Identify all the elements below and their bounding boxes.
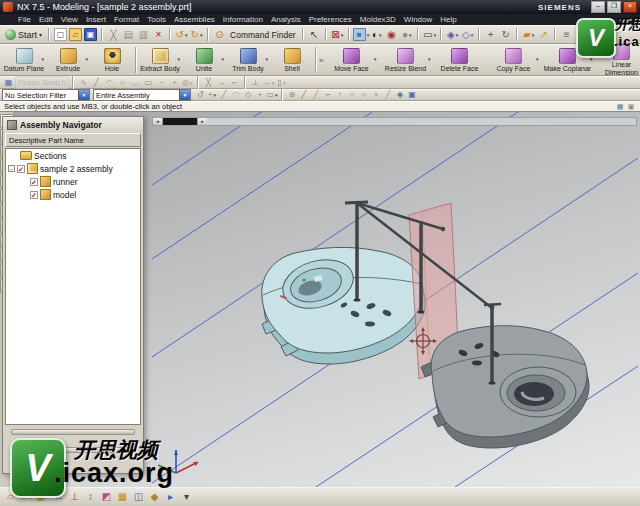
constraints-button[interactable]: ⊥ xyxy=(249,77,262,89)
add-component-button[interactable]: ▣▾ xyxy=(35,490,50,505)
show-hide-button[interactable]: ≡ xyxy=(559,27,574,42)
navigator-section-splitter[interactable] xyxy=(11,447,135,453)
menu-tools[interactable]: Tools xyxy=(143,14,170,25)
arc-center-button[interactable]: ⊕ xyxy=(286,90,298,101)
menu-help[interactable]: Help xyxy=(436,14,460,25)
point-on-curve-button[interactable]: ⌐ xyxy=(322,90,334,101)
profile-button[interactable]: ∿ xyxy=(77,77,90,89)
save-button[interactable]: ▣ xyxy=(83,27,98,42)
offset-curve-button[interactable]: ◎▾ xyxy=(181,77,194,89)
fit-view-button[interactable]: ◈▾ xyxy=(445,27,460,42)
interference-check-button[interactable]: ◩ xyxy=(99,490,114,505)
intersection-point-button[interactable]: + xyxy=(254,90,266,101)
cut-button[interactable]: ╳ xyxy=(106,27,121,42)
navigator-section-splitter[interactable] xyxy=(11,429,135,435)
hole-button[interactable]: Hole xyxy=(90,45,134,75)
delete-face-button[interactable]: Delete Face xyxy=(432,45,486,75)
quick-trim-button[interactable]: ╳ xyxy=(202,77,215,89)
menu-moldex3d[interactable]: Moldex3D xyxy=(356,14,400,25)
maximize-button[interactable]: ❐ xyxy=(607,1,621,13)
scroll-right-arrow[interactable]: ▸ xyxy=(197,118,207,125)
toolbar-overflow-chevron[interactable]: » xyxy=(319,56,323,65)
copy-button[interactable]: ▤ xyxy=(121,27,136,42)
close-button[interactable]: × xyxy=(623,1,637,13)
sequence-button[interactable]: ▸ xyxy=(163,490,178,505)
resize-blend-button[interactable]: Resize Blend▾ xyxy=(378,45,432,75)
assembly-constraints-button[interactable]: ⊥ xyxy=(67,490,82,505)
command-finder-icon-button[interactable]: ⊙ xyxy=(212,27,227,42)
sketch-task-env-button[interactable]: ∿ xyxy=(574,27,589,42)
menu-file[interactable]: File xyxy=(14,14,35,25)
part-model-blue[interactable] xyxy=(262,247,425,364)
chevron-down-icon[interactable]: ▼ xyxy=(78,90,89,100)
rectangle-button[interactable]: ▭ xyxy=(142,77,155,89)
end-point-button[interactable]: ╱ xyxy=(218,90,230,101)
datum-plane-button[interactable]: Datum Plane▾ xyxy=(2,45,46,75)
point-button[interactable]: + xyxy=(168,77,181,89)
close-part-button[interactable]: ⊠▾ xyxy=(330,27,345,42)
extract-body-button[interactable]: Extract Body▾ xyxy=(138,45,182,75)
true-shading-button[interactable]: ●▾ xyxy=(399,27,414,42)
line-button[interactable]: ╱ xyxy=(90,77,103,89)
menu-analysis[interactable]: Analysis xyxy=(267,14,305,25)
window-layout-button[interactable]: ▭▾ xyxy=(422,27,437,42)
linear-dimension-button[interactable]: Linear Dimension▾ xyxy=(594,45,640,75)
point-on-surface-button[interactable]: ↑ xyxy=(334,90,346,101)
guide-line[interactable] xyxy=(152,112,372,259)
new-part-button[interactable]: ▢ xyxy=(53,27,68,42)
undo-button[interactable]: ↺▾ xyxy=(174,27,189,42)
menu-format[interactable]: Format xyxy=(110,14,143,25)
studio-spline-button[interactable]: ~ xyxy=(155,77,168,89)
quadrant-point-button[interactable]: ╱ xyxy=(298,90,310,101)
qm-snap-button[interactable]: ◈ xyxy=(394,90,406,101)
navigator-column-header[interactable]: Descriptive Part Name xyxy=(5,133,141,147)
finish-sketch-button[interactable]: Finish Sketch xyxy=(15,76,69,90)
menu-insert[interactable]: Insert xyxy=(82,14,110,25)
start-button[interactable]: Start ▾ xyxy=(2,29,45,40)
sketch-button[interactable]: ▦ xyxy=(2,77,15,89)
move-rotate-button[interactable]: ↗ xyxy=(536,27,551,42)
edit-section-button[interactable]: ▰▾ xyxy=(521,27,536,42)
slash-snap-button[interactable]: ╱ xyxy=(382,90,394,101)
rendering-style-button[interactable]: ◐▾ xyxy=(369,27,384,42)
arc-button[interactable]: ◠ xyxy=(103,77,116,89)
command-finder-label[interactable]: Command Finder xyxy=(227,30,299,40)
navigator-title-bar[interactable]: Assembly Navigator xyxy=(3,117,143,132)
pattern-component-button[interactable]: ▦ xyxy=(115,490,130,505)
circle-button[interactable]: ○ xyxy=(116,77,129,89)
enable-snap-point-button[interactable]: +▾ xyxy=(206,90,218,101)
selection-pointer-button[interactable]: ↖ xyxy=(307,27,322,42)
tree-item-runner[interactable]: ✓runner xyxy=(6,175,140,188)
part-runner-gray[interactable] xyxy=(421,326,589,448)
face-analysis-button[interactable]: ◉ xyxy=(384,27,399,42)
expander-icon[interactable]: - xyxy=(8,165,15,172)
tree-item-sample-2-assembly[interactable]: -✓sample 2 assembly xyxy=(6,162,140,175)
chevron-down-icon[interactable]: ▼ xyxy=(179,90,190,100)
orient-view-button[interactable]: ◇▾ xyxy=(460,27,475,42)
quick-extend-button[interactable]: → xyxy=(215,77,228,89)
scroll-left-arrow[interactable]: ◂ xyxy=(153,118,163,125)
show-dof-button[interactable]: ↕ xyxy=(83,490,98,505)
rotate-view-button[interactable]: ↻ xyxy=(498,27,513,42)
copy-face-button[interactable]: Copy Face▾ xyxy=(486,45,540,75)
paste-button[interactable]: ▥ xyxy=(136,27,151,42)
inferred-dimensions-button[interactable]: ↔▾ xyxy=(262,77,275,89)
existing-point-button[interactable]: ╱ xyxy=(310,90,322,101)
move-component-button[interactable]: ↔ xyxy=(51,490,66,505)
menu-preferences[interactable]: Preferences xyxy=(305,14,356,25)
open-component-button[interactable]: ▱▾ xyxy=(19,490,34,505)
show-constraints-button[interactable]: ▯▾ xyxy=(275,77,288,89)
redo-button[interactable]: ↻▾ xyxy=(189,27,204,42)
minimize-button[interactable]: – xyxy=(591,1,605,13)
shell-button[interactable]: Shell xyxy=(270,45,314,75)
fillet-button[interactable]: ◡ xyxy=(129,77,142,89)
extrude-button[interactable]: Extrude▾ xyxy=(46,45,90,75)
checkbox[interactable]: ✓ xyxy=(17,165,25,173)
checkbox[interactable]: ✓ xyxy=(30,178,38,186)
control-point-button[interactable]: ◇ xyxy=(242,90,254,101)
make-corner-button[interactable]: ⌐ xyxy=(228,77,241,89)
bounded-plane-button[interactable]: ○ xyxy=(346,90,358,101)
delete-button[interactable]: × xyxy=(151,27,166,42)
unite-button[interactable]: Unite▾ xyxy=(182,45,226,75)
exploded-view-button[interactable]: ◆ xyxy=(147,490,162,505)
